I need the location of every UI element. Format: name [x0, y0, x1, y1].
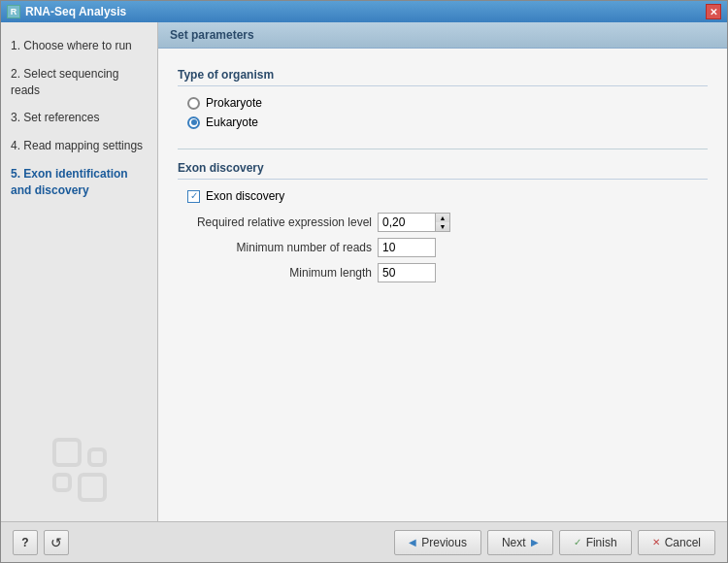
- spinner-buttons-rel-expression: ▲ ▼: [436, 213, 450, 232]
- radio-eukaryote-label: Eukaryote: [206, 116, 258, 129]
- sidebar-item-number: 3.: [11, 111, 20, 124]
- footer-left: ? ↺: [13, 530, 69, 555]
- next-button[interactable]: Next ▶: [487, 530, 553, 555]
- footer-right: ◀ Previous Next ▶ ✓ Finish ✕ Cancel: [394, 530, 715, 555]
- sidebar-item-label: Read mapping settings: [23, 139, 143, 152]
- radio-eukaryote-circle[interactable]: [187, 116, 200, 129]
- previous-button[interactable]: ◀ Previous: [394, 530, 481, 555]
- exon-fields: Required relative expression level ▲ ▼: [178, 213, 708, 282]
- field-label-rel-expression: Required relative expression level: [187, 215, 372, 229]
- sidebar-item-number: 4.: [11, 139, 20, 152]
- sidebar-item-label: Set references: [23, 111, 99, 124]
- footer: ? ↺ ◀ Previous Next ▶ ✓ Finish ✕ Cancel: [1, 521, 727, 562]
- spinner-up-rel-expression[interactable]: ▲: [436, 214, 449, 222]
- radio-prokaryote-label: Prokaryote: [206, 96, 262, 110]
- spinner-down-rel-expression[interactable]: ▼: [436, 222, 449, 231]
- field-label-min-reads: Minimum number of reads: [187, 241, 372, 254]
- sidebar-item-choose-where[interactable]: 1. Choose where to run: [1, 32, 157, 60]
- radio-eukaryote[interactable]: Eukaryote: [187, 116, 708, 129]
- exon-discovery-label: Exon discovery: [206, 189, 284, 203]
- panel-header: Set parameters: [158, 22, 727, 49]
- sidebar-item-label: Exon identification and discovery: [11, 167, 128, 197]
- reset-icon: ↺: [50, 535, 62, 550]
- sidebar: 1. Choose where to run 2. Select sequenc…: [1, 22, 158, 521]
- sidebar-item-set-references[interactable]: 3. Set references: [1, 104, 157, 132]
- sidebar-item-number: 1.: [11, 39, 20, 52]
- window-title: RNA-Seq Analysis: [25, 5, 126, 18]
- organism-section: Type of organism Prokaryote Eukaryote: [178, 68, 708, 129]
- exon-discovery-checkbox-box[interactable]: ✓: [187, 190, 200, 203]
- organism-radio-group: Prokaryote Eukaryote: [178, 96, 708, 129]
- help-button[interactable]: ?: [13, 530, 38, 555]
- field-row-min-length: Minimum length: [178, 263, 708, 282]
- sidebar-item-exon-identification[interactable]: 5. Exon identification and discovery: [1, 160, 157, 205]
- exon-section: Exon discovery ✓ Exon discovery Required: [178, 161, 708, 282]
- next-arrow-icon: ▶: [531, 537, 539, 547]
- prev-arrow-icon: ◀: [409, 537, 416, 547]
- field-input-rel-expression[interactable]: [378, 213, 436, 232]
- main-window: R RNA-Seq Analysis ✕ 1. Choose where to …: [0, 0, 728, 563]
- reset-button[interactable]: ↺: [44, 530, 69, 555]
- field-row-min-reads: Minimum number of reads: [178, 238, 708, 257]
- organism-section-title: Type of organism: [178, 68, 708, 86]
- close-button[interactable]: ✕: [706, 4, 721, 19]
- field-input-min-length[interactable]: [378, 263, 436, 282]
- sidebar-item-read-mapping[interactable]: 4. Read mapping settings: [1, 132, 157, 160]
- section-divider: [178, 149, 708, 149]
- title-bar: R RNA-Seq Analysis ✕: [1, 1, 727, 22]
- cancel-x-icon: ✕: [652, 537, 660, 547]
- field-row-rel-expression: Required relative expression level ▲ ▼: [178, 213, 708, 232]
- sidebar-watermark: [52, 438, 107, 502]
- main-panel: Set parameters Type of organism Prokaryo…: [158, 22, 727, 521]
- sidebar-item-label: Choose where to run: [23, 39, 131, 52]
- radio-prokaryote-circle[interactable]: [187, 97, 200, 110]
- app-icon: R: [7, 5, 20, 18]
- sidebar-item-number: 5.: [11, 167, 20, 181]
- content-area: 1. Choose where to run 2. Select sequenc…: [1, 22, 727, 521]
- sidebar-item-label: Select sequencing reads: [11, 67, 118, 97]
- radio-prokaryote[interactable]: Prokaryote: [187, 96, 708, 110]
- spinner-rel-expression: ▲ ▼: [378, 213, 450, 232]
- exon-discovery-checkbox[interactable]: ✓ Exon discovery: [187, 189, 708, 203]
- exon-checkbox-group: ✓ Exon discovery: [178, 189, 708, 203]
- checkmark-icon: ✓: [190, 191, 198, 201]
- sidebar-item-number: 2.: [11, 67, 20, 81]
- finish-button[interactable]: ✓ Finish: [559, 530, 632, 555]
- finish-check-icon: ✓: [574, 537, 581, 547]
- exon-section-title: Exon discovery: [178, 161, 708, 180]
- sidebar-item-select-reads[interactable]: 2. Select sequencing reads: [1, 60, 157, 105]
- field-input-min-reads[interactable]: [378, 238, 436, 257]
- panel-body: Type of organism Prokaryote Eukaryote: [158, 49, 727, 521]
- cancel-button[interactable]: ✕ Cancel: [638, 530, 715, 555]
- field-label-min-length: Minimum length: [187, 266, 372, 280]
